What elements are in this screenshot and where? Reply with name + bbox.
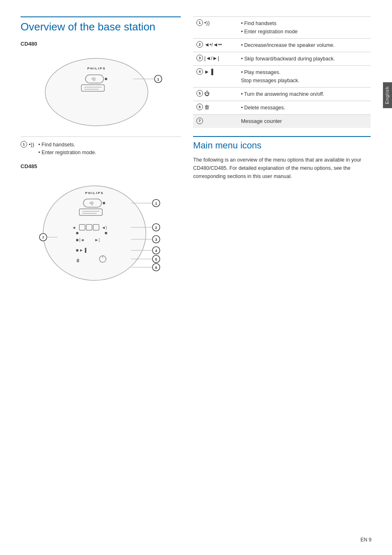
feature-num-4: 4 ►▐ bbox=[193, 66, 238, 88]
svg-text:◄): ◄) bbox=[101, 225, 107, 230]
page-number: EN 9 bbox=[360, 537, 371, 543]
cd480-label: CD480 bbox=[21, 41, 181, 47]
feature-desc-4: • Play messages. Stop messages playback. bbox=[238, 66, 371, 88]
cd480-illustration: PHILIPS •)) 1 bbox=[37, 51, 164, 129]
svg-point-14 bbox=[103, 202, 105, 204]
find-handsets-icon: •)) bbox=[29, 141, 34, 148]
language-tab: English bbox=[383, 82, 392, 108]
message-counter-num: 7 bbox=[193, 115, 238, 128]
svg-point-24 bbox=[76, 232, 78, 234]
right-column: 1 •)) • Find handsets • Enter registrati… bbox=[189, 16, 371, 539]
svg-text:4: 4 bbox=[155, 249, 157, 253]
message-counter-row: 7 Message counter bbox=[193, 115, 371, 128]
svg-point-3 bbox=[105, 78, 107, 80]
table-row: 3 |◄/►| • Skip forward/backward during p… bbox=[193, 52, 371, 66]
svg-point-11 bbox=[43, 186, 146, 280]
main-menu-description: The following is an overview of the menu… bbox=[193, 156, 371, 180]
svg-text:5: 5 bbox=[155, 257, 157, 261]
feature-desc-3: • Skip forward/backward during playback. bbox=[238, 52, 371, 66]
svg-text:1: 1 bbox=[157, 77, 159, 81]
svg-text:7: 7 bbox=[42, 236, 44, 240]
page-title: Overview of the base station bbox=[21, 16, 181, 33]
circle-1: 1 bbox=[21, 141, 27, 148]
svg-text:•)): •)) bbox=[90, 201, 93, 205]
bullet-enter-registration: Enter registration mode. bbox=[38, 149, 96, 157]
feature-num-5: 5 ⏻ bbox=[193, 88, 238, 101]
table-row: 5 ⏻ • Turn the answering machine on/off. bbox=[193, 88, 371, 101]
table-row: 4 ►▐ • Play messages. Stop messages play… bbox=[193, 66, 371, 88]
message-counter-label: Message counter bbox=[238, 115, 371, 128]
annotation-text-1: Find handsets. Enter registration mode. bbox=[38, 141, 96, 157]
svg-text:6: 6 bbox=[155, 266, 157, 270]
svg-text:2: 2 bbox=[155, 226, 157, 230]
svg-text:◄: ◄ bbox=[72, 225, 76, 230]
cd485-illustration: PHILIPS •)) ◄ bbox=[31, 173, 171, 289]
cd485-device: PHILIPS •)) ◄ bbox=[21, 173, 181, 289]
table-row: 6 🗑 • Delete messages. bbox=[193, 101, 371, 115]
svg-text:3: 3 bbox=[155, 238, 157, 242]
features-table: 1 •)) • Find handsets • Enter registrati… bbox=[193, 16, 371, 128]
svg-text:1: 1 bbox=[155, 201, 157, 206]
bullet-find-handsets: Find handsets. bbox=[38, 141, 96, 149]
cd480-annotation: 1 •)) Find handsets. Enter registration … bbox=[21, 136, 181, 157]
svg-text:|◄: |◄ bbox=[79, 238, 85, 242]
left-column: Overview of the base station CD480 PHILI… bbox=[21, 16, 181, 539]
svg-text:PHILIPS: PHILIPS bbox=[87, 67, 106, 70]
feature-desc-5: • Turn the answering machine on/off. bbox=[238, 88, 371, 101]
svg-point-30 bbox=[76, 249, 78, 252]
feature-desc-6: • Delete messages. bbox=[238, 101, 371, 115]
main-menu-title: Main menu icons bbox=[193, 136, 371, 151]
feature-num-1: 1 •)) bbox=[193, 17, 238, 39]
annotation-num-1: 1 •)) bbox=[21, 141, 34, 148]
svg-text:•)): •)) bbox=[92, 77, 95, 81]
table-row: 2 ◄•/◄•• • Decrease/increase the speaker… bbox=[193, 39, 371, 52]
cd480-device: PHILIPS •)) 1 bbox=[21, 51, 181, 129]
annotation-bullets: Find handsets. Enter registration mode. bbox=[38, 141, 96, 157]
feature-num-6: 6 🗑 bbox=[193, 101, 238, 115]
feature-num-2: 2 ◄•/◄•• bbox=[193, 39, 238, 52]
svg-text:►▐: ►▐ bbox=[79, 247, 87, 253]
svg-text:🗑: 🗑 bbox=[76, 258, 80, 263]
svg-text:►|: ►| bbox=[95, 238, 100, 242]
svg-point-25 bbox=[105, 232, 107, 234]
feature-desc-2: • Decrease/increase the speaker volume. bbox=[238, 39, 371, 52]
feature-desc-1: • Find handsets • Enter registration mod… bbox=[238, 17, 371, 39]
table-row: 1 •)) • Find handsets • Enter registrati… bbox=[193, 17, 371, 39]
stop-messages-playback: Stop messages playback. bbox=[241, 76, 367, 85]
svg-text:PHILIPS: PHILIPS bbox=[85, 191, 104, 195]
svg-point-28 bbox=[76, 239, 78, 241]
feature-num-3: 3 |◄/►| bbox=[193, 52, 238, 66]
cd485-label: CD485 bbox=[21, 163, 181, 169]
